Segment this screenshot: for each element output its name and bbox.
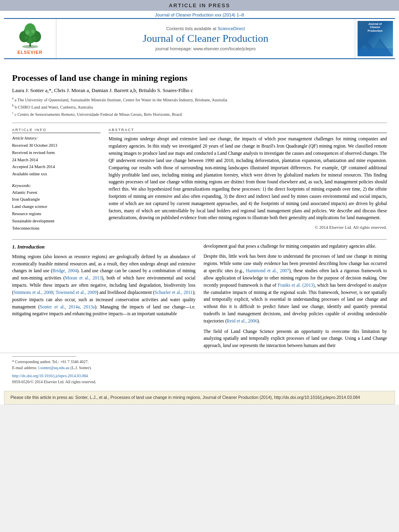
abstract-column: ABSTRACT Mining regions undergo abrupt a… [109, 128, 387, 232]
section1-heading: 1. Introduction [12, 243, 195, 251]
svg-point-9 [32, 37, 36, 41]
affiliation-c: c c Centro de Sensoriamento Remoto, Univ… [12, 111, 387, 118]
footer-citation-bar: Please cite this article in press as: So… [4, 391, 395, 405]
issn-line: 0959-6526/© 2014 Elsevier Ltd. All right… [12, 379, 387, 385]
body-right-para-3: The field of Land Change Science present… [204, 328, 387, 349]
journal-ref-line: Journal of Cleaner Production xxx (2014)… [0, 11, 399, 18]
header-divider [12, 123, 387, 123]
hammond-link[interactable]: Hammond et al., 2007 [246, 268, 289, 273]
body-left-col: 1. Introduction Mining regions (also kno… [12, 243, 195, 353]
journal-ref-text: Journal of Cleaner Production xxx (2014)… [155, 12, 244, 17]
svg-point-1 [22, 45, 38, 48]
revised-date: 24 March 2014 [12, 157, 101, 163]
keyword-5: Sustainable development [12, 218, 101, 225]
keyword-6: Teleconnections [12, 225, 101, 232]
affiliation-b: b b CSIRO Land and Water, Canberra, Aust… [12, 103, 387, 111]
article-in-press-banner: ARTICLE IN PRESS [0, 0, 399, 11]
revised-label: Received in revised form [12, 150, 101, 156]
contents-label: Contents lists available at [166, 26, 216, 31]
accepted-date: Accepted 24 March 2014 [12, 164, 101, 170]
svg-point-7 [31, 30, 35, 33]
journal-header: ELSEVIER Contents lists available at Sci… [4, 18, 395, 59]
elsevier-tree-icon [12, 23, 48, 49]
body-content: 1. Introduction Mining regions (also kno… [0, 243, 399, 353]
reid-link[interactable]: Reid et al., 2006 [227, 318, 257, 323]
cp-logo-box: Journal ofCleanerProduction [358, 21, 393, 56]
received-date: Received 30 October 2013 [12, 143, 101, 149]
authors-line: Laura J. Sonter a,*, Chris J. Moran a, D… [12, 87, 387, 94]
simmons-link[interactable]: Simmons et al., 2008 [14, 290, 53, 295]
bridge-link[interactable]: Bridge, 2004 [52, 268, 77, 273]
footer-citation-text: Please cite this article in press as: So… [10, 395, 360, 400]
abstract-label: ABSTRACT [109, 128, 387, 133]
body-right-col: development goal that poses a challenge … [204, 243, 387, 353]
article-info-column: ARTICLE INFO Article history: Received 3… [12, 128, 101, 232]
sonter-link[interactable]: Sonter et al., 2014a, 2013a [40, 304, 95, 309]
townsend-link[interactable]: Townsend et al., 2009 [56, 290, 97, 295]
body-left-para-1: Mining regions (also known as resource r… [12, 253, 195, 318]
body-right-para-2: Despite this, little work has been done … [204, 253, 387, 325]
email-address: E-mail address: l.sonter@uq.edu.au (L.J.… [12, 365, 387, 371]
doi-link[interactable]: http://dx.doi.org/10.1016/j.jclepro.2014… [12, 374, 88, 378]
email-link[interactable]: l.sonter@uq.edu.au [38, 366, 70, 370]
schueler-link[interactable]: Schueler et al., 2011 [154, 290, 193, 295]
footnote-divider [12, 356, 76, 357]
keyword-4: Resource regions [12, 210, 101, 218]
page: ARTICLE IN PRESS Journal of Cleaner Prod… [0, 0, 399, 405]
elsevier-logo-area: ELSEVIER [4, 19, 56, 58]
journal-homepage-text: journal homepage: www.elsevier.com/locat… [155, 46, 255, 51]
body-right-para-1: development goal that poses a challenge … [204, 243, 387, 250]
moran-link[interactable]: Moran et al., 2013 [65, 275, 102, 280]
svg-point-6 [25, 31, 29, 35]
sciencedirect-line: Contents lists available at ScienceDirec… [166, 26, 245, 31]
main-content: Processes of land use change in mining r… [0, 59, 399, 236]
keyword-3: Land change science [12, 203, 101, 210]
keyword-2: Iron Quadrangle [12, 196, 101, 203]
banner-text: ARTICLE IN PRESS [169, 2, 230, 8]
keywords-label: Keywords: [12, 183, 101, 188]
cp-logo-title: Journal ofCleanerProduction [367, 21, 383, 33]
journal-title-area: Contents lists available at ScienceDirec… [56, 19, 355, 58]
affiliation-a: a a The University of Queensland, Sustai… [12, 96, 387, 103]
footnote-section: * Corresponding author. Tel.: +61 7 3346… [0, 353, 399, 387]
svg-point-5 [25, 23, 36, 36]
elsevier-brand-text: ELSEVIER [17, 50, 42, 55]
article-title: Processes of land use change in mining r… [12, 72, 387, 84]
content-divider [12, 239, 387, 240]
article-info-abstract-section: ARTICLE INFO Article history: Received 3… [12, 128, 387, 232]
copyright-text: © 2014 Elsevier Ltd. All rights reserved… [109, 225, 387, 230]
corresponding-author: * Corresponding author. Tel.: +61 7 3346… [12, 359, 387, 365]
abstract-text: Mining regions undergo abrupt and extens… [109, 136, 387, 222]
article-info-label: ARTICLE INFO [12, 128, 101, 133]
journal-name-heading: Journal of Cleaner Production [143, 33, 269, 45]
article-history-label: Article history: [12, 136, 101, 142]
cp-mountain-icon [358, 36, 393, 56]
svg-point-8 [25, 36, 28, 39]
franks-link[interactable]: Franks et al. (2013) [278, 283, 315, 288]
available-online: Available online xxx [12, 171, 101, 177]
affiliations: a a The University of Queensland, Sustai… [12, 96, 387, 118]
sciencedirect-link[interactable]: ScienceDirect [218, 26, 245, 31]
cleaner-production-logo-area: Journal ofCleanerProduction [355, 19, 395, 58]
keywords-list: Atlantic Forest Iron Quadrangle Land cha… [12, 189, 101, 232]
svg-rect-12 [358, 48, 393, 56]
keyword-1: Atlantic Forest [12, 189, 101, 196]
